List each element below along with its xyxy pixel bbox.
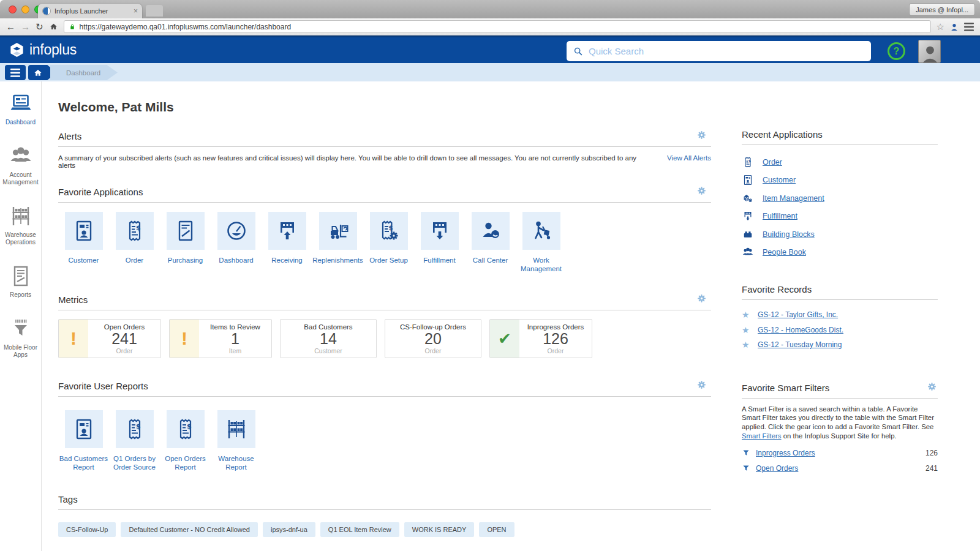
metric-card-open-orders[interactable]: ! Open Orders 241 Order — [58, 319, 161, 358]
view-all-alerts-link[interactable]: View All Alerts — [667, 154, 711, 162]
favorite-record[interactable]: ★ GS-12 - Tuesday Morning — [742, 337, 938, 353]
tag-pill[interactable]: WORK IS READY — [404, 522, 475, 537]
quick-search-input[interactable] — [589, 46, 865, 56]
recent-app-link[interactable]: People Book — [763, 248, 806, 257]
app-tile-label: Purchasing — [168, 257, 203, 265]
breadcrumb[interactable]: Dashboard — [50, 65, 118, 80]
metric-value: 14 — [281, 331, 376, 347]
tag-pill[interactable]: Q1 EOL Item Review — [320, 522, 399, 537]
tag-pill[interactable]: ipsys-dnf-ua — [263, 522, 315, 537]
app-tile-customer[interactable]: Customer — [58, 212, 109, 273]
recent-app-link[interactable]: Order — [763, 158, 782, 167]
browser-menu-icon[interactable] — [964, 23, 974, 31]
sidebar-item-dashboard[interactable]: Dashboard — [1, 91, 40, 126]
favorite-record-link[interactable]: GS-12 - HomeGoods Dist. — [758, 326, 843, 334]
recent-app-order[interactable]: Order — [742, 153, 938, 171]
tags-row: CS-Follow-Up Defaulted Customer - NO Cre… — [58, 522, 711, 537]
report-tile-warehouse[interactable]: Warehouse Report — [211, 410, 262, 471]
browser-profile-button[interactable]: James @ Infopl... — [909, 3, 975, 16]
infoplus-logo[interactable]: infoplus — [9, 42, 77, 58]
app-tile-dashboard[interactable]: Dashboard — [211, 212, 262, 273]
app-tile-replenishments[interactable]: Replenishments — [312, 212, 363, 273]
report-tile-box — [65, 410, 103, 448]
app-tile-work-management[interactable]: Work Management — [516, 212, 567, 273]
bookmark-star-icon[interactable]: ☆ — [937, 21, 944, 32]
metric-card-inprogress-orders[interactable]: ✔ Inprogress Orders 126 Order — [489, 319, 592, 358]
recent-app-link[interactable]: Customer — [763, 176, 796, 184]
reload-icon[interactable]: ↻ — [36, 22, 43, 31]
warehouse-rack-icon — [9, 204, 33, 228]
people-icon — [742, 246, 754, 258]
recent-app-customer[interactable]: Customer — [742, 171, 938, 190]
sidebar-item-reports[interactable]: Reports — [1, 264, 40, 299]
star-icon: ★ — [742, 340, 752, 350]
recent-app-fulfillment[interactable]: Fulfillment — [742, 208, 938, 226]
quick-search[interactable] — [567, 41, 871, 61]
tag-pill[interactable]: CS-Follow-Up — [58, 522, 116, 537]
report-tile-box — [116, 410, 154, 448]
recent-app-people-book[interactable]: People Book — [742, 244, 938, 262]
window-close-button[interactable] — [9, 6, 17, 13]
apps-menu-button[interactable] — [5, 65, 26, 80]
breadcrumb-current: Dashboard — [66, 69, 100, 77]
avatar-person-icon — [919, 43, 941, 63]
favorite-applications-gear-icon[interactable] — [696, 185, 707, 197]
smart-filters-help-link[interactable]: Smart Filters — [742, 432, 782, 440]
back-icon[interactable]: ← — [6, 22, 15, 31]
https-lock-icon[interactable] — [69, 23, 76, 31]
report-tile-bad-customers[interactable]: Bad Customers Report — [58, 410, 109, 471]
report-tile-q1-orders[interactable]: Q1 Orders by Order Source — [109, 410, 160, 471]
tag-pill[interactable]: OPEN — [479, 522, 514, 537]
sidebar-item-mobile-floor-apps[interactable]: Mobile Floor Apps — [1, 317, 40, 359]
report-tile-open-orders[interactable]: Open Orders Report — [160, 410, 211, 471]
star-icon: ★ — [742, 325, 752, 335]
address-bar[interactable]: https://gatewaydemo.qa01.infopluswms.com… — [64, 20, 931, 33]
metric-card-cs-follow-up-orders[interactable]: CS-Follow-up Orders 20 Order — [385, 319, 481, 358]
favorite-record-link[interactable]: GS-12 - Tuesday Morning — [758, 340, 842, 349]
recent-app-link[interactable]: Building Blocks — [763, 230, 815, 239]
metric-card-bad-customers[interactable]: Bad Customers 14 Customer — [280, 319, 377, 358]
favorite-record-link[interactable]: GS-12 - Taylor Gifts, Inc. — [758, 310, 838, 319]
metrics-row: ! Open Orders 241 Order ! Items to Revie… — [58, 319, 711, 358]
metric-card-items-to-review[interactable]: ! Items to Review 1 Item — [169, 319, 272, 358]
alerts-section-header: Alerts — [58, 131, 711, 147]
smart-filter-inprogress-orders[interactable]: Inprogress Orders 126 — [742, 446, 938, 461]
smart-filter-link[interactable]: Open Orders — [756, 464, 925, 473]
app-tile-receiving[interactable]: Receiving — [262, 212, 312, 273]
recent-app-link[interactable]: Fulfillment — [763, 212, 797, 220]
recent-app-link[interactable]: Item Management — [763, 194, 824, 203]
app-tile-label: Fulfillment — [423, 257, 455, 265]
order-receipt-icon — [123, 417, 147, 441]
recent-app-item-management[interactable]: Item Management — [742, 189, 938, 208]
app-tile-call-center[interactable]: Call Center — [465, 212, 516, 273]
app-tile-box — [217, 212, 255, 250]
metrics-gear-icon[interactable] — [696, 293, 707, 304]
sidebar-item-account-management[interactable]: Account Management — [1, 144, 40, 186]
favorite-record[interactable]: ★ GS-12 - Taylor Gifts, Inc. — [742, 307, 938, 323]
sidebar-item-warehouse-operations[interactable]: Warehouse Operations — [1, 204, 40, 246]
forward-icon[interactable]: → — [21, 22, 30, 31]
favorite-record[interactable]: ★ GS-12 - HomeGoods Dist. — [742, 323, 938, 338]
browser-toolbar: ← → ↻ https://gatewaydemo.qa01.infoplusw… — [0, 18, 980, 36]
favorite-user-reports-gear-icon[interactable] — [696, 379, 707, 391]
new-tab-button[interactable] — [146, 5, 163, 17]
browser-extension-icon[interactable] — [950, 23, 959, 31]
favorite-user-reports-title: Favorite User Reports — [58, 381, 148, 391]
browser-tab[interactable]: Infoplus Launcher × — [38, 4, 142, 18]
smart-filter-open-orders[interactable]: Open Orders 241 — [742, 461, 938, 476]
tag-pill[interactable]: Defaulted Customer - NO Credit Allowed — [121, 522, 257, 537]
app-tile-order-setup[interactable]: Order Setup — [363, 212, 414, 273]
app-tile-fulfillment[interactable]: Fulfillment — [414, 212, 465, 273]
app-tile-order[interactable]: Order — [109, 212, 160, 273]
help-button[interactable]: ? — [888, 42, 905, 60]
app-tile-purchasing[interactable]: Purchasing — [160, 212, 211, 273]
favorite-smart-filters-gear-icon[interactable] — [926, 381, 938, 392]
recent-app-building-blocks[interactable]: Building Blocks — [742, 225, 938, 244]
user-avatar[interactable] — [918, 40, 941, 63]
alerts-gear-icon[interactable] — [696, 129, 707, 141]
tab-close-icon[interactable]: × — [134, 7, 138, 15]
smart-filter-link[interactable]: Inprogress Orders — [756, 449, 925, 457]
browser-home-icon[interactable] — [49, 22, 58, 31]
window-minimize-button[interactable] — [21, 6, 29, 13]
tags-section-header: Tags — [58, 494, 711, 510]
